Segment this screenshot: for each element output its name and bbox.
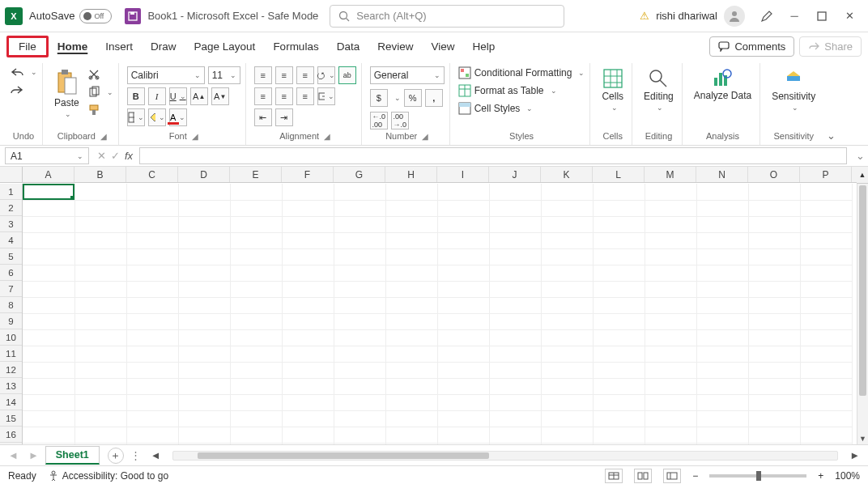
col-header[interactable]: I [437, 167, 489, 182]
col-header[interactable]: P [800, 167, 852, 182]
clipboard-launcher[interactable]: ◢ [100, 132, 107, 141]
undo-button[interactable]: ⌄ [10, 66, 37, 78]
cell-styles-button[interactable]: Cell Styles⌄ [458, 102, 534, 115]
expand-formula-bar-button[interactable]: ⌄ [852, 146, 868, 166]
sensitivity-button[interactable]: Sensitivity⌄ [768, 66, 819, 113]
row-header[interactable]: 1 [0, 184, 22, 200]
col-header[interactable]: C [126, 167, 178, 182]
scroll-up-button[interactable]: ▲ [857, 167, 868, 184]
conditional-formatting-button[interactable]: Conditional Formatting⌄ [458, 66, 585, 79]
scrollbar-thumb[interactable] [859, 185, 866, 396]
col-header[interactable]: O [748, 167, 800, 182]
row-header[interactable]: 15 [0, 410, 22, 427]
tab-data[interactable]: Data [328, 36, 369, 57]
format-as-table-button[interactable]: Format as Table⌄ [458, 84, 557, 97]
align-center-button[interactable]: ≡ [275, 87, 293, 105]
percent-button[interactable]: % [404, 89, 422, 107]
scroll-down-button[interactable]: ▼ [857, 435, 868, 443]
collapse-ribbon-button[interactable]: ⌄ [827, 129, 841, 145]
row-header[interactable]: 4 [0, 232, 22, 248]
col-header[interactable]: D [178, 167, 230, 182]
increase-decimal-button[interactable]: ←.0.00 [370, 112, 388, 129]
col-header[interactable]: H [385, 167, 437, 182]
select-all-button[interactable] [0, 167, 23, 183]
row-header[interactable]: 9 [0, 313, 22, 329]
align-middle-button[interactable]: ≡ [275, 66, 293, 84]
add-sheet-button[interactable]: ＋ [108, 448, 124, 464]
user-avatar-icon[interactable] [724, 6, 745, 27]
tab-review[interactable]: Review [368, 36, 422, 57]
align-left-button[interactable]: ≡ [254, 87, 272, 105]
grow-font-button[interactable]: A▲ [190, 87, 208, 105]
row-header[interactable]: 10 [0, 329, 22, 346]
row-header[interactable]: 7 [0, 281, 22, 297]
redo-button[interactable] [10, 84, 24, 96]
search-box[interactable]: Search (Alt+Q) [330, 5, 564, 28]
increase-indent-button[interactable]: ⇥ [275, 108, 293, 126]
orientation-button[interactable]: ⭯⌄ [317, 66, 335, 84]
tab-help[interactable]: Help [463, 36, 504, 57]
zoom-out-button[interactable]: − [692, 470, 698, 482]
comments-button[interactable]: Comments [709, 36, 794, 57]
paste-button[interactable]: Paste ⌄ [51, 66, 83, 120]
col-header[interactable]: N [696, 167, 748, 182]
row-header[interactable]: 5 [0, 248, 22, 265]
zoom-slider[interactable] [709, 474, 806, 478]
copy-button[interactable]: ⌄ [87, 86, 113, 99]
minimize-button[interactable]: ─ [781, 0, 808, 32]
horizontal-scrollbar[interactable] [172, 451, 839, 461]
accessibility-status[interactable]: Accessibility: Good to go [48, 470, 168, 482]
row-header[interactable]: 2 [0, 200, 22, 216]
tab-page-layout[interactable]: Page Layout [185, 36, 265, 57]
tab-formulas[interactable]: Formulas [264, 36, 327, 57]
row-header[interactable]: 3 [0, 216, 22, 232]
align-bottom-button[interactable]: ≡ [296, 66, 314, 84]
col-header[interactable]: F [282, 167, 334, 182]
row-header[interactable]: 8 [0, 297, 22, 313]
tab-view[interactable]: View [422, 36, 463, 57]
font-name-select[interactable]: Calibri⌄ [127, 66, 205, 84]
zoom-value[interactable]: 100% [835, 470, 860, 482]
view-page-break-button[interactable] [663, 469, 681, 483]
col-header[interactable]: M [645, 167, 696, 182]
row-header[interactable]: 14 [0, 394, 22, 410]
view-normal-button[interactable] [605, 469, 623, 483]
wrap-text-button[interactable]: ab [338, 66, 356, 84]
shrink-font-button[interactable]: A▼ [211, 87, 229, 105]
tab-home[interactable]: Home [49, 36, 97, 57]
font-color-button[interactable]: A⌄ [169, 108, 187, 126]
sheet-nav-next[interactable]: ► [25, 449, 42, 461]
analyze-data-button[interactable]: Analyze Data [691, 66, 755, 103]
hscroll-right[interactable]: ► [846, 449, 863, 461]
col-header[interactable]: G [334, 167, 385, 182]
zoom-knob[interactable] [756, 471, 761, 481]
active-cell[interactable] [23, 184, 74, 200]
alignment-launcher[interactable]: ◢ [324, 132, 330, 141]
col-header[interactable]: K [541, 167, 593, 182]
maximize-button[interactable] [808, 0, 836, 32]
merge-button[interactable]: ⌄ [317, 87, 335, 105]
row-header[interactable]: 11 [0, 346, 22, 362]
fx-icon[interactable]: fx [125, 150, 133, 162]
fill-color-button[interactable]: ⌄ [148, 108, 166, 126]
toggle-switch[interactable]: Off [79, 9, 112, 23]
align-top-button[interactable]: ≡ [254, 66, 272, 84]
borders-button[interactable]: ⌄ [127, 108, 145, 126]
name-box[interactable]: A1⌄ [5, 147, 89, 164]
col-header[interactable]: B [74, 167, 126, 182]
font-size-select[interactable]: 11⌄ [208, 66, 240, 84]
vertical-scrollbar[interactable]: ▼ [857, 184, 868, 444]
cancel-formula-icon[interactable]: ✕ [97, 150, 106, 162]
save-button[interactable] [125, 8, 141, 24]
close-button[interactable]: ✕ [836, 0, 863, 32]
cell-grid[interactable] [23, 184, 857, 444]
decrease-indent-button[interactable]: ⇤ [254, 108, 272, 126]
number-launcher[interactable]: ◢ [422, 132, 428, 141]
enter-formula-icon[interactable]: ✓ [111, 150, 120, 162]
italic-button[interactable]: I [148, 87, 166, 105]
autosave-toggle[interactable]: AutoSave Off [29, 9, 112, 23]
zoom-in-button[interactable]: + [818, 470, 823, 482]
tab-draw[interactable]: Draw [142, 36, 185, 57]
share-button[interactable]: Share [799, 36, 862, 57]
decrease-decimal-button[interactable]: .00→.0 [391, 112, 409, 129]
